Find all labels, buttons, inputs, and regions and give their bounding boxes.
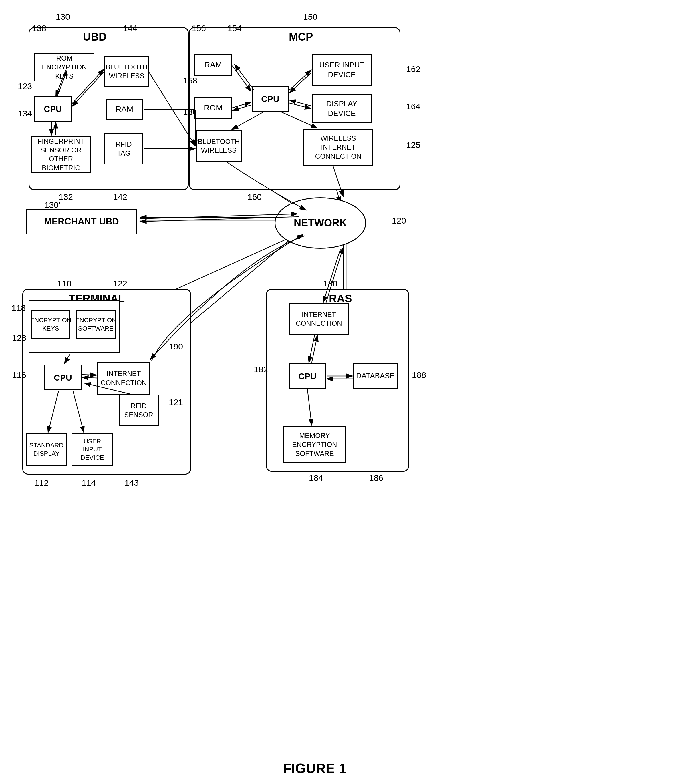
ref-120: 120 <box>392 216 406 226</box>
ref-184: 184 <box>309 473 323 483</box>
terminal-cpu-box: CPU <box>44 364 81 390</box>
ref-143: 143 <box>125 478 139 488</box>
figure-title: FIGURE 1 <box>257 761 372 776</box>
ref-130: 130 <box>56 12 70 22</box>
ras-database-box: DATABASE <box>353 363 398 389</box>
ref-154: 154 <box>227 23 242 33</box>
terminal-user-input-box: USER INPUT DEVICE <box>72 433 113 466</box>
ref-158: 158 <box>183 76 198 86</box>
ras-internet-box: INTERNET CONNECTION <box>289 303 349 334</box>
ras-cpu-box: CPU <box>289 363 326 389</box>
mcp-label: MCP <box>289 31 313 43</box>
terminal-rfid-box: RFID SENSOR <box>119 395 159 426</box>
merchant-ubd-box: MERCHANT UBD <box>26 209 137 235</box>
ref-160: 160 <box>247 192 262 202</box>
ubd-fingerprint-box: FINGERPRINT SENSOR OR OTHER BIOMETRIC <box>31 136 91 173</box>
ref-123-ubd: 123 <box>18 81 32 91</box>
ubd-rom-box: ROM ENCRYPTION KEYS <box>34 53 94 81</box>
ref-190: 190 <box>169 342 183 352</box>
terminal-enc-software-box: ENCRYPTION SOFTWARE <box>76 310 116 339</box>
mcp-ram-box: RAM <box>195 54 232 76</box>
ref-162: 162 <box>406 64 420 74</box>
mcp-rom-box: ROM <box>195 97 232 119</box>
ref-134: 134 <box>18 109 32 118</box>
ref-186: 186 <box>369 473 383 483</box>
ref-114: 114 <box>81 478 96 488</box>
ref-156: 156 <box>191 23 206 33</box>
ref-112: 112 <box>34 478 48 488</box>
ref-122: 122 <box>113 279 127 288</box>
terminal-enc-keys-box: ENCRYPTION KEYS <box>31 310 70 339</box>
ref-144: 144 <box>123 23 137 33</box>
diagram: UBD 130 138 123 134 132 142 ROM ENCRYPTI… <box>0 0 677 784</box>
network-ellipse: NETWORK <box>275 197 366 249</box>
ref-182: 182 <box>254 364 268 374</box>
mcp-display-box: DISPLAY DEVICE <box>312 94 372 123</box>
ubd-ram-box: RAM <box>106 99 143 120</box>
terminal-internet-box: INTERNET CONNECTION <box>97 362 150 395</box>
mcp-user-input-box: USER INPUT DEVICE <box>312 54 372 86</box>
svg-line-63 <box>140 214 297 219</box>
mcp-cpu-box: CPU <box>252 86 289 112</box>
ref-123-term: 123 <box>12 333 26 343</box>
mcp-wireless-box: WIRELESS INTERNET CONNECTION <box>303 129 373 166</box>
ref-125: 125 <box>406 140 420 150</box>
ubd-label: UBD <box>83 31 106 43</box>
ref-110: 110 <box>57 279 72 288</box>
ubd-bluetooth-box: BLUETOOTH WIRELESS <box>104 56 149 87</box>
ref-142: 142 <box>113 192 127 202</box>
ref-121: 121 <box>169 397 183 407</box>
ref-188: 188 <box>412 370 426 380</box>
ras-memory-box: MEMORY ENCRYPTION SOFTWARE <box>283 426 346 463</box>
ubd-rfid-box: RFID TAG <box>104 133 143 165</box>
ref-138: 138 <box>32 23 46 33</box>
ref-164: 164 <box>406 101 420 111</box>
ref-180: 180 <box>323 279 338 288</box>
ubd-cpu-box: CPU <box>34 96 72 121</box>
terminal-display-box: STANDARD DISPLAY <box>26 433 67 466</box>
ref-150: 150 <box>303 12 317 22</box>
ref-116: 116 <box>12 370 26 380</box>
ref-132: 132 <box>59 192 73 202</box>
ref-118: 118 <box>11 303 26 313</box>
mcp-bluetooth-box: BLUETOOTH WIRELESS <box>196 130 242 162</box>
ref-130prime: 130' <box>44 200 60 210</box>
